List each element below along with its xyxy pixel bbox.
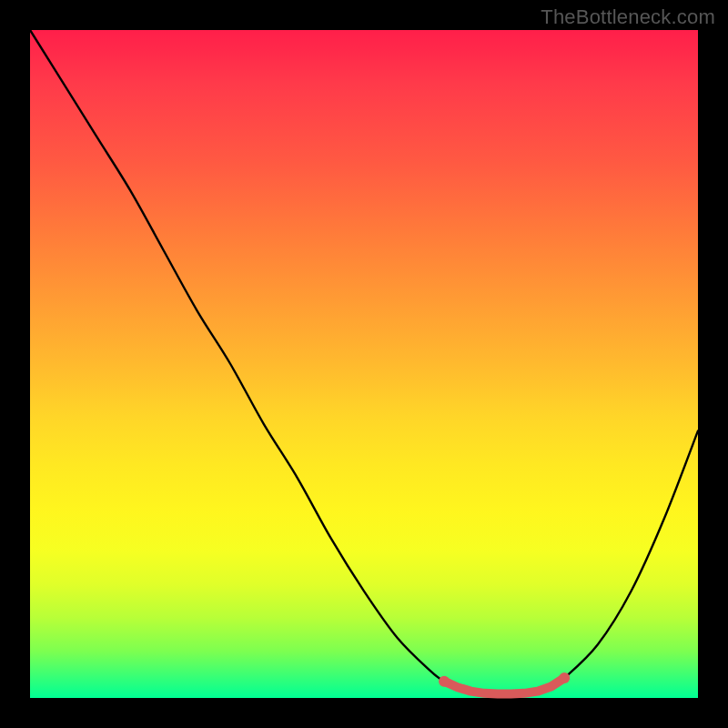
valley-dot [559,672,570,683]
valley-band [444,678,564,694]
chart-frame: TheBottleneck.com [0,0,728,728]
valley-dot-group [439,672,570,694]
plot-gradient-area [30,30,698,698]
valley-dot [439,676,450,687]
bottleneck-curve [30,30,698,694]
curve-svg [30,30,698,698]
attribution-text: TheBottleneck.com [541,5,715,29]
